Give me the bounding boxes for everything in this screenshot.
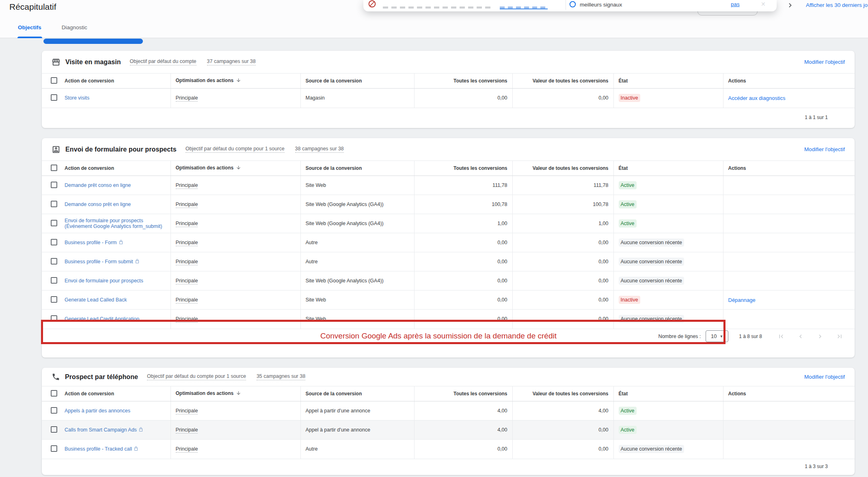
source-cell: Magasin bbox=[300, 89, 414, 108]
optimization-cell[interactable]: Principale bbox=[176, 278, 198, 284]
row-checkbox[interactable] bbox=[51, 315, 57, 322]
source-cell: Site Web bbox=[300, 310, 414, 329]
table-row: Appels à partir des annonces Principale … bbox=[42, 401, 855, 421]
row-checkbox[interactable] bbox=[51, 258, 57, 265]
progress-ring-icon bbox=[569, 0, 577, 10]
row-checkbox[interactable] bbox=[51, 182, 57, 188]
first-page-icon[interactable] bbox=[777, 333, 785, 340]
edit-objective-link[interactable]: Modifier l'objectif bbox=[804, 146, 845, 152]
row-checkbox[interactable] bbox=[51, 426, 57, 433]
value-cell: 0,00 bbox=[512, 252, 613, 271]
column-header-actions[interactable]: Actions bbox=[723, 386, 855, 401]
column-header-conversions[interactable]: Toutes les conversions bbox=[414, 386, 512, 401]
conversion-action-link[interactable]: Store visits bbox=[65, 95, 89, 101]
conversions-cell: 0,00 bbox=[414, 310, 512, 329]
toast-link[interactable]: pas bbox=[731, 1, 740, 7]
row-action-link[interactable]: Dépannage bbox=[728, 297, 756, 303]
column-header-optimization[interactable]: Optimisation des actions bbox=[171, 386, 300, 401]
optimization-cell[interactable]: Principale bbox=[176, 408, 198, 414]
section-title: Prospect par téléphone bbox=[65, 373, 138, 381]
conversion-action-link[interactable]: Business profile - Form submit bbox=[65, 259, 133, 265]
column-header-status[interactable]: État bbox=[613, 74, 723, 89]
column-header-conversions[interactable]: Toutes les conversions bbox=[414, 74, 512, 89]
conversion-action-link[interactable]: Appels à partir des annonces bbox=[65, 408, 130, 414]
notification-toast: meilleurs signaux pas ✕ bbox=[363, 0, 777, 11]
section-objective-chip[interactable]: Objectif par défaut du compte pour 1 sou… bbox=[186, 146, 285, 153]
column-header-optimization[interactable]: Optimisation des actions bbox=[171, 161, 300, 176]
select-all-checkbox[interactable] bbox=[51, 165, 57, 171]
column-header-value[interactable]: Valeur de toutes les conversions bbox=[512, 74, 613, 89]
tab-diagnostic[interactable]: Diagnostic bbox=[62, 24, 87, 30]
section-campaigns-chip[interactable]: 38 campagnes sur 38 bbox=[295, 146, 344, 153]
conversion-action-link[interactable]: Envoi de formulaire pour prospects (Évén… bbox=[65, 218, 162, 229]
column-header-action[interactable]: Action de conversion bbox=[60, 161, 171, 176]
column-header-status[interactable]: État bbox=[613, 161, 723, 176]
table-row: Generate Lead Credit Application Princip… bbox=[42, 310, 855, 329]
conversion-action-link[interactable]: Generate Lead Called Back bbox=[65, 297, 127, 303]
table-footer: Conversion Google Ads après la soumissio… bbox=[42, 329, 855, 344]
cutoff-link[interactable] bbox=[500, 7, 548, 9]
column-header-action[interactable]: Action de conversion bbox=[60, 74, 171, 89]
column-header-actions[interactable]: Actions bbox=[723, 74, 855, 89]
optimization-cell[interactable]: Principale bbox=[176, 240, 198, 246]
column-header-value[interactable]: Valeur de toutes les conversions bbox=[512, 386, 613, 401]
optimization-cell[interactable]: Principale bbox=[176, 316, 198, 323]
optimization-cell[interactable]: Principale bbox=[176, 221, 198, 227]
optimization-cell[interactable]: Principale bbox=[176, 95, 198, 102]
conversion-action-link[interactable]: Business profile - Form bbox=[65, 240, 117, 245]
optimization-cell[interactable]: Principale bbox=[176, 446, 198, 453]
cutoff-text bbox=[383, 7, 492, 9]
prev-page-icon[interactable] bbox=[797, 333, 804, 340]
conversion-action-link[interactable]: Envoi de formulaire pour prospects bbox=[65, 278, 143, 284]
column-header-action[interactable]: Action de conversion bbox=[60, 386, 171, 401]
show-last-30-days-link[interactable]: Afficher les 30 derniers jo bbox=[806, 2, 868, 8]
last-page-icon[interactable] bbox=[836, 333, 843, 340]
section-objective-chip[interactable]: Objectif par défaut du compte pour 1 sou… bbox=[147, 373, 246, 380]
optimization-cell[interactable]: Principale bbox=[176, 182, 198, 189]
conversion-action-link[interactable]: Calls from Smart Campaign Ads bbox=[65, 427, 137, 433]
row-checkbox[interactable] bbox=[51, 220, 57, 226]
column-header-conversions[interactable]: Toutes les conversions bbox=[414, 161, 512, 176]
tab-objectifs[interactable]: Objectifs bbox=[18, 24, 41, 30]
column-header-optimization[interactable]: Optimisation des actions bbox=[171, 74, 300, 89]
section-card-visite-en-magasin: Visite en magasin Objectif par défaut du… bbox=[42, 51, 855, 128]
horizontal-scrollbar-thumb[interactable] bbox=[43, 39, 143, 44]
conversion-action-link[interactable]: Demande prêt conso en ligne bbox=[65, 182, 131, 188]
column-header-status[interactable]: État bbox=[613, 386, 723, 401]
rows-per-page-select[interactable]: 10▼ bbox=[706, 330, 728, 342]
conversion-action-link[interactable]: Business profile - Tracked call bbox=[65, 446, 132, 452]
section-campaigns-chip[interactable]: 37 campagnes sur 38 bbox=[207, 59, 256, 65]
row-checkbox[interactable] bbox=[51, 277, 57, 284]
row-checkbox[interactable] bbox=[51, 239, 57, 245]
select-all-checkbox[interactable] bbox=[51, 390, 57, 397]
optimization-cell[interactable]: Principale bbox=[176, 297, 198, 304]
column-header-source[interactable]: Source de la conversion bbox=[300, 386, 414, 401]
optimization-cell[interactable]: Principale bbox=[176, 259, 198, 265]
section-header: Prospect par téléphone Objectif par défa… bbox=[42, 368, 855, 386]
section-campaigns-chip[interactable]: 35 campagnes sur 38 bbox=[257, 373, 305, 380]
sort-desc-icon bbox=[236, 391, 241, 397]
row-action-link[interactable]: Accéder aux diagnostics bbox=[728, 95, 786, 101]
conversion-action-link[interactable]: Demande conso prêt en ligne bbox=[65, 202, 131, 207]
optimization-cell[interactable]: Principale bbox=[176, 427, 198, 434]
row-checkbox[interactable] bbox=[51, 296, 57, 303]
column-header-value[interactable]: Valeur de toutes les conversions bbox=[512, 161, 613, 176]
edit-objective-link[interactable]: Modifier l'objectif bbox=[804, 374, 845, 380]
row-checkbox[interactable] bbox=[51, 407, 57, 414]
select-all-checkbox[interactable] bbox=[51, 77, 57, 84]
column-header-source[interactable]: Source de la conversion bbox=[300, 161, 414, 176]
row-checkbox[interactable] bbox=[51, 445, 57, 452]
next-page-icon[interactable] bbox=[816, 333, 824, 340]
date-next-chevron-icon[interactable] bbox=[786, 1, 795, 11]
column-header-source[interactable]: Source de la conversion bbox=[300, 74, 414, 89]
section-objective-chip[interactable]: Objectif par défaut du compte bbox=[130, 59, 196, 65]
value-cell: 0,00 bbox=[512, 89, 613, 108]
value-cell: 0,00 bbox=[512, 291, 613, 310]
row-checkbox[interactable] bbox=[51, 201, 57, 207]
edit-objective-link[interactable]: Modifier l'objectif bbox=[804, 59, 845, 65]
toast-close-icon[interactable]: ✕ bbox=[761, 1, 766, 7]
optimization-cell[interactable]: Principale bbox=[176, 202, 198, 208]
column-header-actions[interactable]: Actions bbox=[723, 161, 855, 176]
conversion-action-link[interactable]: Generate Lead Credit Application bbox=[65, 316, 139, 322]
row-checkbox[interactable] bbox=[51, 94, 57, 101]
